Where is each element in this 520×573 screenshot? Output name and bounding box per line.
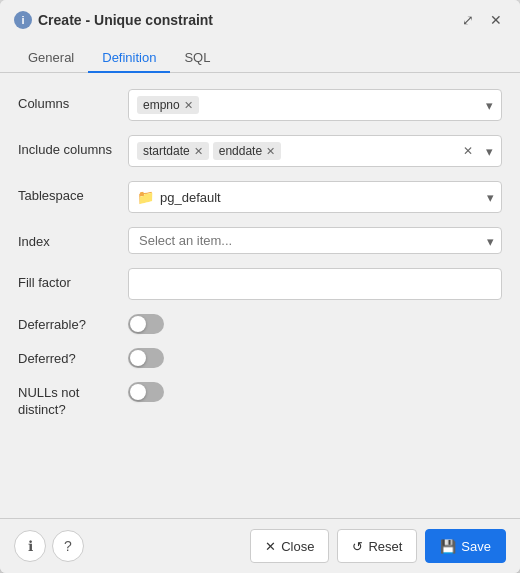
fill-factor-label: Fill factor [18, 268, 128, 292]
title-left: i Create - Unique constraint [14, 11, 213, 29]
column-tag-enddate: enddate ✕ [213, 142, 281, 160]
deferred-thumb [130, 350, 146, 366]
deferrable-row: Deferrable? [18, 314, 502, 334]
include-columns-input[interactable]: startdate ✕ enddate ✕ ✕ ▾ [128, 135, 502, 167]
deferred-label: Deferred? [18, 348, 128, 368]
footer: ℹ ? ✕ Close ↺ Reset 💾 Save [0, 518, 520, 573]
tab-general[interactable]: General [14, 44, 88, 73]
help-button[interactable]: ? [52, 530, 84, 562]
form-content: Columns empno ✕ ▾ Include columns [0, 73, 520, 518]
column-tag-empno: empno ✕ [137, 96, 199, 114]
include-columns-row: Include columns startdate ✕ enddate ✕ ✕ [18, 135, 502, 167]
deferred-row: Deferred? [18, 348, 502, 368]
fill-factor-input[interactable] [128, 268, 502, 300]
tablespace-value: pg_default [160, 190, 221, 205]
expand-button[interactable]: ⤢ [458, 10, 478, 30]
footer-right: ✕ Close ↺ Reset 💾 Save [250, 529, 506, 563]
columns-input[interactable]: empno ✕ ▾ [128, 89, 502, 121]
deferrable-toggle[interactable] [128, 314, 164, 334]
nulls-not-distinct-row: NULLs not distinct? [18, 382, 502, 419]
nulls-not-distinct-toggle[interactable] [128, 382, 164, 402]
reset-button[interactable]: ↺ Reset [337, 529, 417, 563]
folder-icon: 📁 [137, 189, 154, 205]
close-x-button[interactable]: ✕ [486, 10, 506, 30]
tablespace-label: Tablespace [18, 181, 128, 205]
remove-empno-button[interactable]: ✕ [184, 100, 193, 111]
include-columns-dropdown-button[interactable]: ▾ [484, 142, 495, 161]
index-row: Index ▾ [18, 227, 502, 254]
info-icon: i [14, 11, 32, 29]
title-actions: ⤢ ✕ [458, 10, 506, 30]
deferrable-thumb [130, 316, 146, 332]
include-columns-clear-button[interactable]: ✕ [461, 142, 475, 160]
nulls-not-distinct-label: NULLs not distinct? [18, 382, 128, 419]
tab-sql[interactable]: SQL [170, 44, 224, 73]
footer-left: ℹ ? [14, 530, 84, 562]
tabs-bar: General Definition SQL [0, 36, 520, 73]
columns-control: empno ✕ ▾ [128, 89, 502, 121]
fill-factor-row: Fill factor [18, 268, 502, 300]
nulls-not-distinct-thumb [130, 384, 146, 400]
save-button[interactable]: 💾 Save [425, 529, 506, 563]
columns-label: Columns [18, 89, 128, 113]
include-columns-tags: startdate ✕ enddate ✕ [137, 142, 493, 160]
save-icon: 💾 [440, 539, 456, 554]
save-label: Save [461, 539, 491, 554]
dialog: i Create - Unique constraint ⤢ ✕ General… [0, 0, 520, 573]
tab-definition[interactable]: Definition [88, 44, 170, 73]
remove-enddate-button[interactable]: ✕ [266, 146, 275, 157]
columns-tags: empno ✕ [137, 96, 493, 114]
columns-dropdown-button[interactable]: ▾ [484, 96, 495, 115]
include-columns-label: Include columns [18, 135, 128, 159]
dialog-title: Create - Unique constraint [38, 12, 213, 28]
columns-row: Columns empno ✕ ▾ [18, 89, 502, 121]
column-tag-startdate: startdate ✕ [137, 142, 209, 160]
fill-factor-control [128, 268, 502, 300]
index-control: ▾ [128, 227, 502, 254]
close-icon: ✕ [265, 539, 276, 554]
include-columns-control: startdate ✕ enddate ✕ ✕ ▾ [128, 135, 502, 167]
deferred-toggle[interactable] [128, 348, 164, 368]
reset-icon: ↺ [352, 539, 363, 554]
close-label: Close [281, 539, 314, 554]
tablespace-input[interactable]: 📁 pg_default [128, 181, 502, 213]
index-label: Index [18, 227, 128, 251]
remove-startdate-button[interactable]: ✕ [194, 146, 203, 157]
index-input[interactable] [128, 227, 502, 254]
title-bar: i Create - Unique constraint ⤢ ✕ [0, 0, 520, 30]
tablespace-control: 📁 pg_default ▾ [128, 181, 502, 213]
close-button[interactable]: ✕ Close [250, 529, 329, 563]
tablespace-row: Tablespace 📁 pg_default ▾ [18, 181, 502, 213]
reset-label: Reset [368, 539, 402, 554]
deferrable-label: Deferrable? [18, 314, 128, 334]
info-button[interactable]: ℹ [14, 530, 46, 562]
